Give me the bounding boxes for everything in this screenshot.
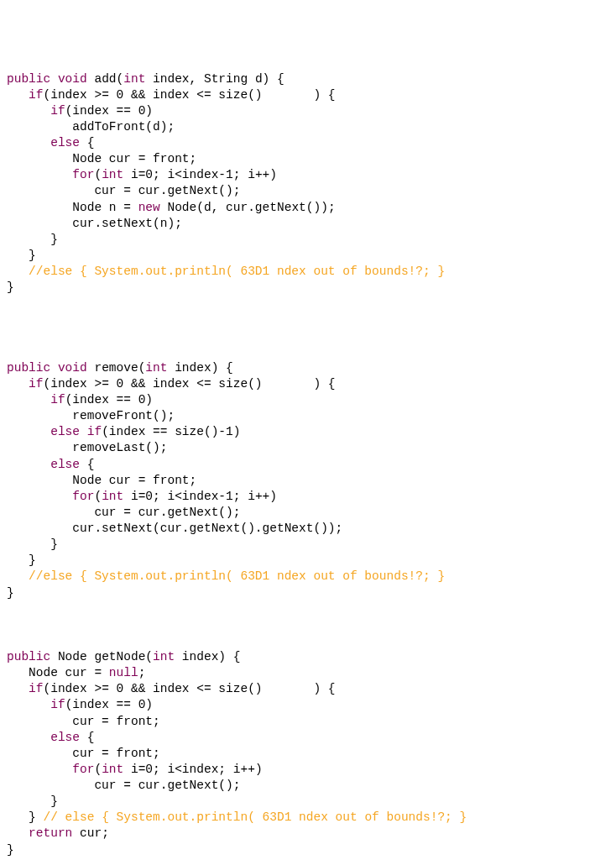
type-token: int <box>102 763 123 776</box>
type-token: int <box>102 490 123 503</box>
code-line: cur = cur.getNext(); <box>7 505 609 521</box>
code-token <box>7 168 72 181</box>
kw-token: else <box>50 731 80 744</box>
kw-token: if <box>29 682 43 695</box>
code-line: public void remove(int index) { <box>7 360 609 376</box>
code-token: Node cur = front; <box>7 152 196 165</box>
code-line: if(index == 0) <box>7 103 609 119</box>
code-line: if(index == 0) <box>7 392 609 408</box>
code-token: (index == 0) <box>65 393 153 406</box>
kw-token: public <box>7 72 50 86</box>
code-token: cur; <box>72 826 109 840</box>
code-token: ; <box>138 666 146 679</box>
kw-token: return <box>29 826 72 840</box>
code-token: } <box>7 538 58 551</box>
type-token: int <box>102 168 123 181</box>
code-token: ( <box>94 168 102 181</box>
code-token <box>7 458 50 471</box>
code-line: removeLast(); <box>7 440 609 456</box>
code-line: } <box>7 248 609 264</box>
kw-token: if <box>29 88 43 102</box>
code-line: public void add(int index, String d) { <box>7 71 609 87</box>
code-token: Node(d, cur.getNext()); <box>160 201 336 214</box>
comment-token: //else { System.out.println( 63D1 ndex o… <box>29 569 445 583</box>
type-token: int <box>145 361 167 375</box>
code-block: public void add(int index, String d) { i… <box>7 71 609 858</box>
code-token <box>7 136 50 149</box>
kw-token: for <box>72 168 94 181</box>
code-line: if(index >= 0 && index <= size() ) { <box>7 87 609 103</box>
code-token: Node n = <box>7 201 138 214</box>
code-line: Node cur = front; <box>7 151 609 167</box>
code-token <box>7 88 29 102</box>
code-token: (index >= 0 && index <= size() ) { <box>44 88 336 102</box>
code-token: cur = cur.getNext(); <box>7 506 240 519</box>
code-token: { <box>80 731 94 744</box>
code-line: } <box>7 537 609 553</box>
code-token: cur.setNext(cur.getNext().getNext()); <box>7 522 342 535</box>
code-token: cur = front; <box>7 747 160 760</box>
code-line: cur = cur.getNext(); <box>7 183 609 199</box>
code-line <box>7 312 609 328</box>
code-token: index, String d) { <box>145 72 284 86</box>
code-line: else { <box>7 457 609 473</box>
code-line: addToFront(d); <box>7 119 609 135</box>
code-line: return cur; <box>7 826 609 842</box>
code-token: } <box>7 586 14 600</box>
code-line: //else { System.out.println( 63D1 ndex o… <box>7 569 609 585</box>
code-line: public Node getNode(int index) { <box>7 649 609 665</box>
code-line: if(index == 0) <box>7 697 609 713</box>
code-token: } <box>7 233 58 246</box>
code-token: index) { <box>175 650 240 663</box>
kw-token: new <box>138 201 160 214</box>
code-line: } // else { System.out.println( 63D1 nde… <box>7 810 609 826</box>
code-token: ( <box>94 490 102 503</box>
code-line: Node cur = front; <box>7 473 609 489</box>
code-token: i=0; i<index; i++) <box>123 763 262 776</box>
code-token: } <box>7 281 14 294</box>
type-token: int <box>123 72 145 86</box>
code-token: (index == size()-1) <box>102 425 240 438</box>
code-token: } <box>7 249 36 262</box>
code-token: } <box>7 553 36 567</box>
kw-token: if <box>50 698 65 711</box>
kw-token: else <box>50 136 80 149</box>
code-line: else if(index == size()-1) <box>7 424 609 440</box>
code-token <box>7 425 50 438</box>
code-token: cur = cur.getNext(); <box>7 184 240 197</box>
code-line: if(index >= 0 && index <= size() ) { <box>7 681 609 697</box>
code-token: } <box>7 794 58 808</box>
code-line: else { <box>7 730 609 746</box>
code-line: cur = cur.getNext(); <box>7 778 609 794</box>
code-token: } <box>7 843 14 857</box>
code-line: } <box>7 842 609 858</box>
code-line: for(int i=0; i<index-1; i++) <box>7 489 609 505</box>
kw-token: null <box>109 666 138 679</box>
kw-token: public <box>7 361 50 375</box>
code-token: (index == 0) <box>65 698 153 711</box>
code-token: i=0; i<index-1; i++) <box>123 490 277 503</box>
code-line: } <box>7 585 609 601</box>
code-line <box>7 296 609 312</box>
kw-token: else <box>50 425 80 438</box>
type-token: int <box>153 650 175 663</box>
code-token <box>50 361 58 375</box>
code-token: (index >= 0 && index <= size() ) { <box>44 682 336 695</box>
code-token: addToFront(d); <box>7 120 175 134</box>
code-line: cur.setNext(cur.getNext().getNext()); <box>7 521 609 537</box>
code-line: cur.setNext(n); <box>7 216 609 232</box>
kw-token: if <box>29 377 43 391</box>
code-token <box>7 104 50 118</box>
code-token: cur = front; <box>7 715 160 728</box>
code-token: (index == 0) <box>65 104 153 118</box>
code-token: Node getNode( <box>50 650 153 663</box>
code-line <box>7 633 609 649</box>
code-token <box>7 569 29 583</box>
code-line <box>7 617 609 633</box>
kw-token: if <box>87 425 102 438</box>
code-token: { <box>80 458 94 471</box>
code-token: Node cur = <box>7 666 109 679</box>
comment-token: // else { System.out.println( 63D1 ndex … <box>44 810 467 824</box>
comment-token: //else { System.out.println( 63D1 ndex o… <box>29 265 445 278</box>
code-token: add( <box>87 72 124 86</box>
